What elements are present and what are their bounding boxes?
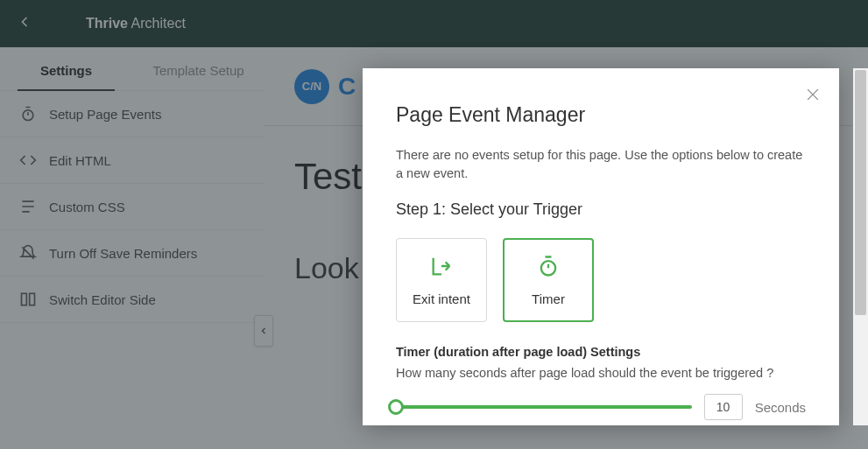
menu-custom-css[interactable]: Custom CSS <box>0 184 265 230</box>
seconds-slider[interactable] <box>396 405 692 409</box>
page-event-manager-modal: Page Event Manager There are no events s… <box>363 68 839 425</box>
trigger-exit-intent[interactable]: Exit intent <box>396 238 487 322</box>
timer-settings-title: Timer (duration after page load) Setting… <box>396 345 806 359</box>
stopwatch-icon <box>19 105 49 123</box>
brand-title: Thrive Architect <box>86 16 186 32</box>
back-arrow-icon[interactable] <box>16 13 33 35</box>
slider-thumb[interactable] <box>388 399 404 415</box>
timer-settings-question: How many seconds after page load should … <box>396 366 806 380</box>
trigger-label: Exit intent <box>413 291 470 306</box>
sidebar-tabs: Settings Template Setup <box>0 47 265 91</box>
trigger-options: Exit intent Timer <box>396 238 806 322</box>
menu-label: Custom CSS <box>49 200 125 214</box>
menu-label: Turn Off Save Reminders <box>49 246 197 261</box>
timer-controls: Seconds <box>396 394 806 420</box>
seconds-input[interactable] <box>704 394 743 420</box>
menu-label: Edit HTML <box>49 153 111 168</box>
site-name-fragment: C <box>338 73 356 101</box>
timer-icon <box>536 254 561 281</box>
trigger-timer[interactable]: Timer <box>503 238 594 322</box>
switch-side-icon <box>19 291 49 308</box>
scrollbar-thumb[interactable] <box>855 70 866 315</box>
menu-setup-page-events[interactable]: Setup Page Events <box>0 91 265 137</box>
tab-settings[interactable]: Settings <box>0 47 132 90</box>
menu-edit-html[interactable]: Edit HTML <box>0 137 265 184</box>
svg-rect-1 <box>22 293 27 305</box>
trigger-label: Timer <box>532 291 565 306</box>
sidebar-collapse-handle[interactable] <box>254 315 273 347</box>
header-bar: Thrive Architect <box>0 0 868 47</box>
css-icon <box>19 198 49 215</box>
menu-switch-editor-side[interactable]: Switch Editor Side <box>0 277 265 323</box>
close-icon[interactable] <box>804 86 822 109</box>
code-icon <box>19 151 49 169</box>
exit-intent-icon <box>429 254 454 281</box>
brand-light: Architect <box>131 16 186 31</box>
modal-scrollbar[interactable] <box>853 68 868 425</box>
tab-template-setup[interactable]: Template Setup <box>132 47 265 90</box>
site-logo: C/N <box>294 69 329 104</box>
svg-rect-2 <box>30 293 35 305</box>
brand-bold: Thrive <box>86 16 128 31</box>
modal-title: Page Event Manager <box>396 103 806 127</box>
svg-point-0 <box>23 110 33 121</box>
menu-label: Setup Page Events <box>49 107 161 122</box>
seconds-label: Seconds <box>755 400 806 415</box>
menu-turn-off-reminders[interactable]: Turn Off Save Reminders <box>0 230 265 277</box>
menu-label: Switch Editor Side <box>49 292 156 307</box>
bell-off-icon <box>19 244 49 262</box>
look-label: Look <box>294 251 359 285</box>
step-heading: Step 1: Select your Trigger <box>396 200 806 219</box>
settings-sidebar: Settings Template Setup Setup Page Event… <box>0 47 265 449</box>
modal-description: There are no events setup for this page.… <box>396 146 806 183</box>
